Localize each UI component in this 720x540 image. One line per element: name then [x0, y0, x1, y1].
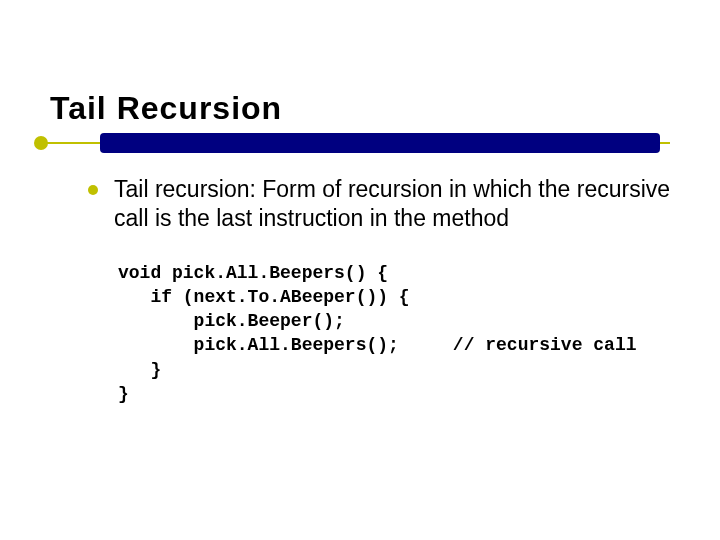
- bullet-text: Tail recursion: Form of recursion in whi…: [114, 175, 680, 233]
- slide-title: Tail Recursion: [50, 90, 670, 127]
- title-area: Tail Recursion: [50, 90, 670, 153]
- bullet-item: Tail recursion: Form of recursion in whi…: [90, 175, 680, 233]
- bullet-icon: [88, 185, 98, 195]
- slide-body: Tail recursion: Form of recursion in whi…: [90, 175, 680, 406]
- underline-pill: [100, 133, 660, 153]
- underline-dot-icon: [34, 136, 48, 150]
- title-underline: [50, 133, 670, 153]
- slide: Tail Recursion Tail recursion: Form of r…: [0, 0, 720, 540]
- code-block: void pick.All.Beepers() { if (next.To.AB…: [118, 261, 680, 407]
